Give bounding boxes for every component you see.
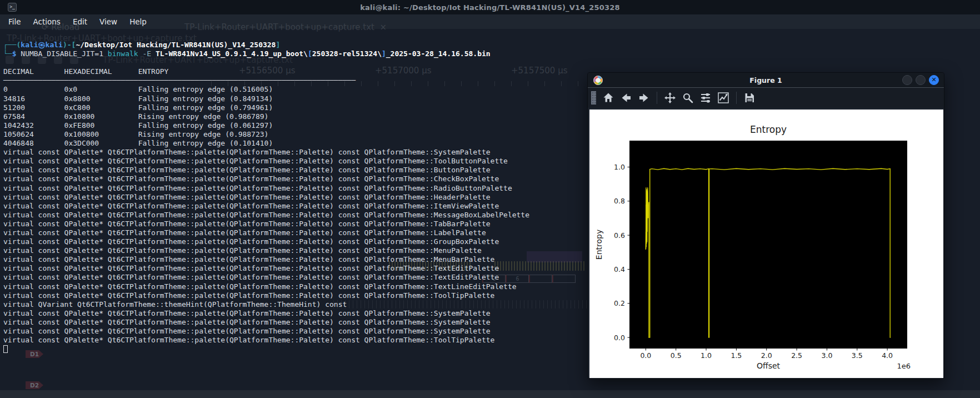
toolbar-grip-handle[interactable] bbox=[591, 91, 596, 105]
x-tick-label: 1.0 bbox=[701, 351, 712, 360]
menu-item-help[interactable]: Help bbox=[129, 17, 147, 26]
terminal-cursor bbox=[3, 345, 8, 353]
log-line: virtual const QPalette* Qt6CTPlatformThe… bbox=[3, 255, 587, 264]
x-tick-label: 4.0 bbox=[882, 351, 893, 360]
x-tick-label: 2.0 bbox=[761, 351, 772, 360]
sliders-icon bbox=[699, 92, 712, 104]
ghost-channel-tag-d2: D2 bbox=[26, 381, 43, 389]
back-button[interactable] bbox=[618, 90, 634, 106]
maximize-button[interactable] bbox=[916, 75, 926, 85]
x-tick-label: 3.0 bbox=[821, 351, 832, 360]
figure-window: Figure 1 ✕ bbox=[587, 72, 944, 379]
log-line: virtual const QPalette* Qt6CTPlatformThe… bbox=[3, 246, 587, 255]
chart-title: Entropy bbox=[750, 124, 787, 135]
log-line: virtual const QPalette* Qt6CTPlatformThe… bbox=[3, 309, 587, 318]
log-line: virtual const QPalette* Qt6CTPlatformThe… bbox=[3, 166, 587, 175]
x-tick-label: 0.0 bbox=[640, 351, 651, 360]
back-arrow-icon bbox=[620, 92, 632, 104]
terminal-title: kali@kali: ~/Desktop/Iot Hacking/TL-WR84… bbox=[360, 3, 619, 12]
matplotlib-logo-icon bbox=[593, 76, 603, 85]
forward-arrow-icon bbox=[638, 92, 650, 104]
log-line: virtual const QPalette* Qt6CTPlatformThe… bbox=[3, 148, 587, 157]
menu-item-file[interactable]: File bbox=[8, 17, 21, 26]
log-line: virtual const QPalette* Qt6CTPlatformThe… bbox=[3, 291, 587, 300]
terminal-titlebar: >_ kali@kali: ~/Desktop/Iot Hacking/TL-W… bbox=[0, 0, 980, 14]
terminal-menubar: FileActionsEditViewHelp bbox=[0, 14, 980, 29]
x-tick-label: 1.5 bbox=[731, 351, 742, 360]
log-line: virtual const QPalette* Qt6CTPlatformThe… bbox=[3, 193, 587, 202]
log-line: virtual QVariant Qt6CTPlatformTheme::the… bbox=[3, 300, 587, 309]
home-button[interactable] bbox=[601, 90, 616, 106]
menu-item-view[interactable]: View bbox=[99, 17, 117, 26]
log-line: virtual const QPalette* Qt6CTPlatformThe… bbox=[3, 273, 587, 282]
edit-axis-button[interactable] bbox=[716, 90, 731, 106]
cursor-line bbox=[3, 345, 587, 354]
line-chart-icon bbox=[717, 92, 729, 104]
y-tick-label: 0.2 bbox=[614, 299, 625, 307]
log-line: virtual const QPalette* Qt6CTPlatformThe… bbox=[3, 336, 587, 345]
log-line: virtual const QPalette* Qt6CTPlatformThe… bbox=[3, 184, 587, 193]
figure-toolbar bbox=[588, 88, 944, 108]
ghost-bottom-panel bbox=[0, 390, 980, 398]
blank-line bbox=[3, 58, 587, 67]
log-line: virtual const QPalette* Qt6CTPlatformThe… bbox=[3, 282, 587, 291]
magnifier-icon bbox=[682, 92, 694, 104]
table-header: DECIMAL HEXADECIMAL ENTROPY bbox=[3, 67, 587, 76]
table-row: 67584 0x10800 Rising entropy edge (0.986… bbox=[3, 112, 587, 121]
log-line: virtual const QPalette* Qt6CTPlatformThe… bbox=[3, 157, 587, 166]
ghost-editor-tab: TP-Link+Router+UART+boot+up+capture.txt … bbox=[184, 22, 387, 32]
pan-move-icon bbox=[664, 92, 676, 104]
command-line: └─$ NUMBA_DISABLE_JIT=1 binwalk -E TL-WR… bbox=[3, 49, 587, 58]
log-line: virtual const QPalette* Qt6CTPlatformThe… bbox=[3, 175, 587, 183]
log-line: virtual const QPalette* Qt6CTPlatformThe… bbox=[3, 220, 587, 228]
forward-button[interactable] bbox=[636, 90, 652, 106]
log-line: virtual const QPalette* Qt6CTPlatformThe… bbox=[3, 202, 587, 211]
axis-offset-label: 1e6 bbox=[897, 362, 911, 370]
log-line: virtual const QPalette* Qt6CTPlatformThe… bbox=[3, 318, 587, 327]
y-axis-label: Entropy bbox=[594, 230, 603, 260]
close-button[interactable]: ✕ bbox=[929, 75, 939, 85]
y-tick-label: 0.0 bbox=[614, 334, 625, 342]
zoom-button[interactable] bbox=[680, 90, 696, 106]
y-tick-label: 1.0 bbox=[614, 163, 625, 171]
subplots-button[interactable] bbox=[698, 90, 713, 106]
y-tick-label: 0.4 bbox=[614, 265, 625, 273]
prompt-line: ┌──(kali㉿kali)-[~/Desktop/Iot Hacking/TL… bbox=[3, 41, 587, 49]
figure-canvas[interactable]: Entropy0.00.51.01.52.02.53.03.54.00.00.2… bbox=[589, 110, 943, 378]
save-button[interactable] bbox=[742, 90, 757, 106]
log-line: virtual const QPalette* Qt6CTPlatformThe… bbox=[3, 327, 587, 336]
terminal-app-icon: >_ bbox=[8, 3, 17, 12]
table-separator: ────────────────────────────────────────… bbox=[3, 76, 587, 85]
floppy-save-icon bbox=[743, 92, 756, 104]
table-row: 4046848 0x3DC000 Falling entropy edge (0… bbox=[3, 139, 587, 148]
table-row: 0 0x0 Falling entropy edge (0.516005) bbox=[3, 85, 587, 94]
toolbar-separator bbox=[736, 92, 737, 104]
ghost-reload-button: ⟳ Reload bbox=[42, 22, 79, 32]
ghost-tab-close-icon: × bbox=[379, 22, 387, 32]
entropy-chart: Entropy0.00.51.01.52.02.53.03.54.00.00.2… bbox=[589, 110, 943, 378]
home-icon bbox=[602, 92, 614, 104]
log-line: virtual const QPalette* Qt6CTPlatformThe… bbox=[3, 264, 587, 273]
table-row: 1050624 0x100800 Rising entropy edge (0.… bbox=[3, 130, 587, 139]
x-tick-label: 3.5 bbox=[852, 351, 863, 360]
x-axis-label: Offset bbox=[757, 361, 781, 370]
figure-title: Figure 1 bbox=[588, 76, 944, 84]
terminal-output[interactable]: ┌──(kali㉿kali)-[~/Desktop/Iot Hacking/TL… bbox=[3, 41, 587, 354]
pan-button[interactable] bbox=[662, 90, 678, 106]
desktop: { "terminal": { "titlebar": { "title": "… bbox=[0, 0, 980, 398]
log-line: virtual const QPalette* Qt6CTPlatformThe… bbox=[3, 237, 587, 246]
x-tick-label: 0.5 bbox=[671, 351, 682, 360]
toolbar-separator bbox=[657, 92, 657, 104]
y-tick-label: 0.6 bbox=[614, 231, 625, 240]
y-tick-label: 0.8 bbox=[614, 197, 625, 205]
table-row: 1042432 0xFE800 Falling entropy edge (0.… bbox=[3, 121, 587, 130]
log-line: virtual const QPalette* Qt6CTPlatformThe… bbox=[3, 211, 587, 220]
log-line: virtual const QPalette* Qt6CTPlatformThe… bbox=[3, 228, 587, 237]
minimize-button[interactable] bbox=[902, 75, 912, 85]
figure-titlebar[interactable]: Figure 1 ✕ bbox=[588, 73, 944, 88]
table-row: 51200 0xC800 Falling entropy edge (0.794… bbox=[3, 103, 587, 112]
plot-area bbox=[629, 141, 907, 349]
x-tick-label: 2.5 bbox=[791, 351, 802, 360]
table-row: 34816 0x8800 Falling entropy edge (0.849… bbox=[3, 94, 587, 103]
